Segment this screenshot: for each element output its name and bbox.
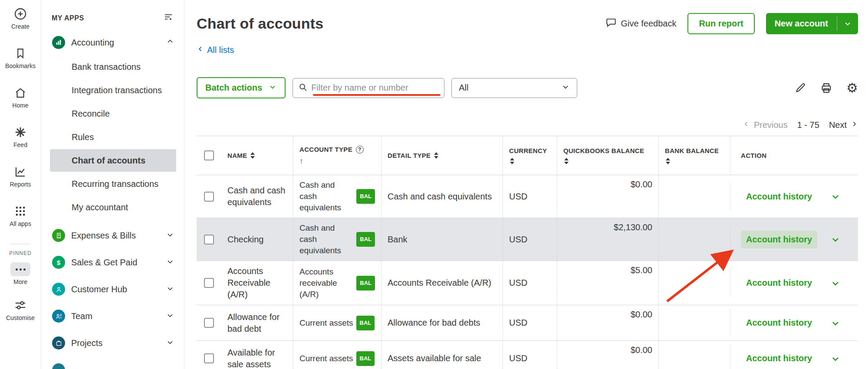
run-report-button[interactable]: Run report [687,13,754,34]
row-checkbox[interactable] [204,353,214,363]
sidebar-item-label: Expenses & Bills [71,231,166,241]
rail-item-reports[interactable]: Reports [10,165,31,188]
table-row: Cash and cash equivalents Cash and cash … [197,175,858,218]
detail-type: Cash and cash equivalents [381,175,503,218]
sidebar-item-sales-get-paid[interactable]: $ Sales & Get Paid [41,249,184,276]
rail-item-label: All apps [10,220,31,227]
sidebar-item-recurring-transactions[interactable]: Recurring transactions [50,173,176,195]
table-row: Checking Cash and cash equivalents BAL B… [197,218,858,261]
chevron-down-icon [561,82,570,93]
speech-bubble-icon [605,17,617,30]
edit-pencil-icon[interactable] [795,82,806,94]
previous-page-button[interactable]: Previous [743,120,788,130]
chevron-up-icon [166,37,174,48]
account-name: Checking [221,229,293,250]
chevron-down-icon [166,230,174,241]
next-page-button[interactable]: Next [829,120,858,130]
chevron-down-icon [166,257,174,268]
rail-item-label: More [13,278,27,285]
rail-item-more[interactable]: More [10,262,30,285]
pagination: Previous 1 - 75 Next [197,118,858,131]
type-filter-value: All [459,83,468,93]
column-header-name[interactable]: NAME [221,147,293,163]
plus-circle-icon [13,7,27,21]
detail-type: Accounts Receivable (A/R) [381,261,503,305]
bal-badge: BAL [356,189,375,204]
rail-item-feed[interactable]: Feed [13,125,27,148]
rail-item-label: Customise [6,314,35,321]
left-icon-rail: Create Bookmarks Home Feed Reports [0,0,41,369]
chevron-down-icon[interactable] [837,13,858,34]
accounts-table: NAME ACCOUNT TYPE ? ↑ DETAIL TYPE CURREN… [197,136,858,369]
account-history-link[interactable]: Account history [741,349,817,367]
select-all-checkbox[interactable] [204,150,214,160]
rail-item-bookmarks[interactable]: Bookmarks [5,46,36,69]
rail-item-customise[interactable]: Customise [6,298,35,321]
sidebar-item-bank-transactions[interactable]: Bank transactions [50,56,176,78]
account-history-link[interactable]: Account history [741,314,817,332]
sidebar-item-partial[interactable] [41,356,184,369]
table-row: Available for sale assets Current assets… [197,341,858,369]
column-header-quickbooks-balance[interactable]: QUICKBOOKS BALANCE [557,136,658,175]
row-checkbox[interactable] [204,278,214,288]
main-content: Chart of accounts Give feedback Run repo… [184,0,868,369]
rail-item-create[interactable]: Create [11,7,30,30]
sales-icon: $ [52,256,65,269]
row-checkbox[interactable] [204,318,214,328]
account-history-link[interactable]: Account history [741,274,817,292]
column-header-currency[interactable]: CURRENCY [503,136,557,175]
row-checkbox[interactable] [204,192,214,202]
app-window: Create Bookmarks Home Feed Reports [0,0,868,369]
account-history-link[interactable]: Account history [741,188,817,206]
rail-divider [10,244,31,244]
sort-icon [564,158,569,164]
column-header-account-type[interactable]: ACCOUNT TYPE ? ↑ [293,136,381,175]
sidebar-item-integration-transactions[interactable]: Integration transactions [50,79,176,101]
column-header-action: ACTION [730,136,858,175]
quickbooks-balance: $5.00 [557,261,658,305]
give-feedback-label: Give feedback [621,19,677,29]
annotation-underline [313,94,441,96]
list-settings-icon[interactable] [163,12,174,24]
sidebar-item-chart-of-accounts[interactable]: Chart of accounts [50,149,176,172]
chevron-down-icon[interactable] [830,234,841,245]
page-header: Chart of accounts Give feedback Run repo… [197,10,858,37]
column-header-detail-type[interactable]: DETAIL TYPE [381,136,503,175]
sidebar-item-label: Team [71,311,166,321]
column-header-bank-balance[interactable]: BANK BALANCE [658,136,730,175]
all-lists-back-link[interactable]: All lists [197,45,234,55]
currency: USD [503,341,557,369]
chevron-down-icon[interactable] [830,278,841,288]
sidebar-item-team[interactable]: Team [41,303,184,330]
rail-item-label: Reports [10,181,31,188]
sidebar-item-rules[interactable]: Rules [50,126,176,148]
filter-input[interactable] [311,83,431,93]
row-checkbox[interactable] [204,235,214,245]
sidebar-item-expenses-bills[interactable]: Expenses & Bills [41,222,184,249]
grid-icon [13,204,27,218]
rail-item-home[interactable]: Home [12,86,28,109]
give-feedback-button[interactable]: Give feedback [605,17,677,30]
table-header-row: NAME ACCOUNT TYPE ? ↑ DETAIL TYPE CURREN… [197,136,858,175]
gear-icon[interactable]: ⚙ [846,82,858,95]
sidebar-item-customer-hub[interactable]: Customer Hub [41,276,184,303]
account-type-filter-dropdown[interactable]: All [451,78,577,98]
help-icon[interactable]: ? [356,146,364,153]
rail-item-all-apps[interactable]: All apps [10,204,31,227]
expenses-icon [52,229,65,242]
account-history-link[interactable]: Account history [741,231,817,248]
currency: USD [503,305,557,340]
detail-type: Bank [381,218,503,261]
batch-actions-dropdown[interactable]: Batch actions [197,77,286,98]
bal-badge: BAL [356,232,375,247]
printer-icon[interactable] [820,82,832,94]
sidebar-item-reconcile[interactable]: Reconcile [50,102,176,125]
sidebar-item-my-accountant[interactable]: My accountant [50,196,176,219]
new-account-button[interactable]: New account [766,13,858,34]
chevron-down-icon[interactable] [830,318,841,328]
sparkle-icon [13,125,27,139]
sidebar-item-accounting[interactable]: Accounting [41,30,184,55]
sidebar-item-projects[interactable]: Projects [41,330,184,356]
chevron-down-icon[interactable] [830,191,841,202]
chevron-down-icon[interactable] [830,353,841,364]
